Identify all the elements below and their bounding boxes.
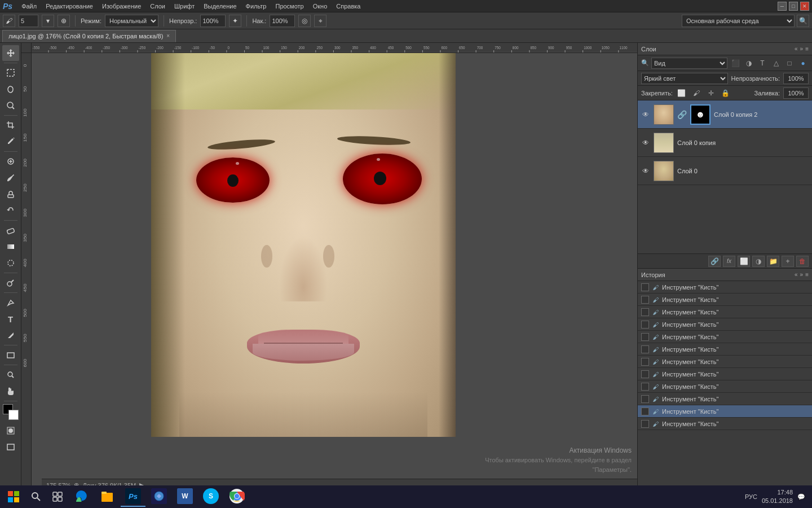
- layer-mask-thumb-0[interactable]: ☻: [690, 104, 710, 125]
- layer-filter-select[interactable]: Вид: [651, 58, 727, 69]
- taskbar[interactable]: Ps W S РУС 17:48 05: [0, 485, 812, 508]
- canvas-content[interactable]: Активация Windows Чтобы активировать Win…: [32, 53, 637, 491]
- pen-tool[interactable]: [2, 295, 19, 310]
- history-item-3[interactable]: 🖌 Инструмент "Кисть": [638, 318, 812, 331]
- layer-fx-btn[interactable]: fx: [723, 256, 735, 267]
- layers-collapse-btn[interactable]: «: [795, 46, 798, 52]
- flow-airbrush-btn[interactable]: ◎: [298, 15, 311, 27]
- layers-menu-btn[interactable]: ≡: [805, 46, 809, 52]
- brush-options-btn[interactable]: ⊕: [58, 15, 70, 27]
- history-item-5[interactable]: 🖌 Инструмент "Кисть": [638, 343, 812, 356]
- opacity-value-input[interactable]: [783, 73, 809, 84]
- filter-smartobj-btn[interactable]: □: [784, 58, 795, 69]
- menu-help[interactable]: Справка: [332, 2, 365, 11]
- screen-mode-btn[interactable]: [2, 439, 19, 455]
- history-item-11[interactable]: 🖌 Инструмент "Кисть": [638, 418, 812, 430]
- photo-canvas[interactable]: [151, 53, 456, 437]
- type-tool[interactable]: T: [2, 311, 19, 327]
- crop-tool[interactable]: [2, 117, 19, 133]
- filter-adj-btn[interactable]: ◑: [743, 58, 754, 69]
- history-item-8[interactable]: 🖌 Инструмент "Кисть": [638, 380, 812, 393]
- hand-tool[interactable]: [2, 383, 19, 399]
- layer-new-btn[interactable]: +: [782, 256, 794, 267]
- layer-link-0[interactable]: 🔗: [677, 110, 687, 119]
- layer-item-2[interactable]: 👁 Слой 0: [638, 157, 812, 185]
- lock-position-btn[interactable]: ✛: [705, 87, 717, 99]
- close-button[interactable]: ✕: [800, 2, 809, 11]
- history-item-4[interactable]: 🖌 Инструмент "Кисть": [638, 331, 812, 343]
- layer-mask-btn[interactable]: ⬜: [738, 256, 750, 267]
- maximize-button[interactable]: □: [789, 2, 798, 11]
- word-btn[interactable]: W: [173, 487, 197, 507]
- lasso-tool[interactable]: [2, 81, 19, 97]
- move-tool[interactable]: [2, 45, 19, 61]
- history-item-2[interactable]: 🖌 Инструмент "Кисть": [638, 306, 812, 318]
- filter-shape-btn[interactable]: △: [770, 58, 782, 69]
- menu-image[interactable]: Изображение: [98, 2, 145, 11]
- chrome-btn[interactable]: [224, 487, 249, 507]
- skype-btn[interactable]: S: [198, 487, 223, 507]
- rectangle-tool[interactable]: [2, 347, 19, 363]
- history-item-10[interactable]: 🖌 Инструмент "Кисть": [638, 405, 812, 418]
- lock-image-btn[interactable]: 🖌: [691, 87, 702, 99]
- history-menu-btn[interactable]: ≡: [805, 271, 809, 278]
- photoshop-taskbar-btn[interactable]: Ps: [121, 487, 145, 507]
- menu-view[interactable]: Просмотр: [271, 2, 308, 11]
- history-item-1[interactable]: 🖌 Инструмент "Кисть": [638, 294, 812, 306]
- menu-font[interactable]: Шрифт: [170, 2, 199, 11]
- layer-visibility-1[interactable]: 👁: [641, 138, 650, 147]
- quick-mask-btn[interactable]: [2, 423, 19, 439]
- layer-visibility-2[interactable]: 👁: [641, 167, 650, 176]
- layer-delete-btn[interactable]: 🗑: [796, 256, 809, 267]
- layer-item-0[interactable]: 👁 🔗 ☻ Слой 0 копия 2: [638, 100, 812, 129]
- tab-close-btn[interactable]: ×: [166, 33, 170, 39]
- history-item-7[interactable]: 🖌 Инструмент "Кисть": [638, 368, 812, 380]
- menu-file[interactable]: Файл: [17, 2, 41, 11]
- blur-tool[interactable]: [2, 255, 19, 271]
- zoom-tool[interactable]: [2, 367, 19, 383]
- filter-toggle-btn[interactable]: ●: [797, 58, 809, 69]
- search-button[interactable]: [26, 487, 46, 507]
- history-collapse-btn[interactable]: «: [795, 271, 798, 278]
- stamp-tool[interactable]: [2, 186, 19, 202]
- menu-window[interactable]: Окно: [308, 2, 332, 11]
- quick-select-tool[interactable]: [2, 98, 19, 113]
- history-item-6[interactable]: 🖌 Инструмент "Кисть": [638, 356, 812, 368]
- start-button[interactable]: [2, 487, 25, 507]
- smoothing-btn[interactable]: ⌖: [314, 15, 326, 27]
- lock-transparent-btn[interactable]: ⬜: [676, 87, 687, 99]
- edge-browser-btn[interactable]: [69, 487, 94, 507]
- menu-layers[interactable]: Слои: [145, 2, 170, 11]
- layer-adj-btn[interactable]: ◑: [752, 256, 765, 267]
- brush-size-input[interactable]: [19, 15, 38, 27]
- healing-tool[interactable]: [2, 154, 19, 169]
- menu-edit[interactable]: Редактирование: [41, 2, 98, 11]
- flow-input[interactable]: [270, 15, 295, 27]
- minimize-button[interactable]: ─: [778, 2, 787, 11]
- menu-filter[interactable]: Фильтр: [241, 2, 271, 11]
- app-4-btn[interactable]: [147, 487, 171, 507]
- document-tab[interactable]: лицо1.jpg @ 176% (Слой 0 копия 2, Быстра…: [2, 30, 176, 42]
- layers-expand-btn[interactable]: »: [800, 46, 804, 52]
- eyedropper-tool[interactable]: [2, 134, 19, 150]
- brush-preset-btn[interactable]: ▾: [42, 15, 54, 27]
- layer-link-btn[interactable]: 🔗: [708, 256, 721, 267]
- history-expand-btn[interactable]: »: [800, 271, 804, 278]
- history-item-9[interactable]: 🖌 Инструмент "Кисть": [638, 393, 812, 405]
- brush-tool-icon[interactable]: 🖌: [3, 15, 15, 27]
- marquee-tool[interactable]: [2, 65, 19, 81]
- brush-tool[interactable]: [2, 170, 19, 186]
- layer-item-1[interactable]: 👁 Слой 0 копия: [638, 129, 812, 157]
- layer-group-btn[interactable]: 📁: [767, 256, 779, 267]
- workspace-select[interactable]: Основная рабочая среда: [682, 15, 795, 27]
- foreground-background-colors[interactable]: [3, 404, 19, 420]
- lock-artboard-btn[interactable]: 🔒: [720, 87, 731, 99]
- filter-type-btn[interactable]: T: [757, 58, 768, 69]
- file-explorer-btn[interactable]: [95, 487, 120, 507]
- layers-list[interactable]: 👁 🔗 ☻ Слой 0 копия 2 👁 Сл: [638, 100, 812, 253]
- dodge-tool[interactable]: [2, 275, 19, 291]
- opacity-input[interactable]: [200, 15, 226, 27]
- fill-value-input[interactable]: [783, 87, 809, 99]
- canvas-area[interactable]: -550 -500 -450 -400 -350 -300 -250 -200 …: [21, 43, 637, 491]
- eraser-tool[interactable]: [2, 222, 19, 238]
